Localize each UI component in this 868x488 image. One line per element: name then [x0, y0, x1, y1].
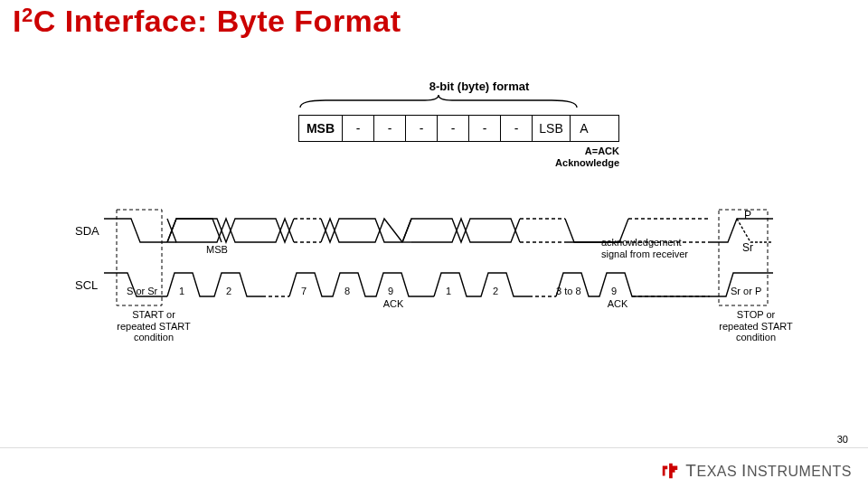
brand-nstruments: NSTRUMENTS: [747, 464, 852, 479]
cell-bit6: -: [343, 116, 374, 141]
cell-ack: A: [571, 116, 598, 141]
scl-tick-7: 7: [301, 286, 307, 296]
title-post: C Interface: Byte Format: [33, 4, 401, 38]
scl-tick-9a: 9: [388, 286, 393, 296]
byte-cells-row: MSB - - - - - - LSB A: [298, 115, 660, 142]
timing-diagram: SDA SCL: [77, 208, 800, 356]
stop-top-label: Sr or P: [731, 286, 761, 296]
cell-lsb: LSB: [533, 116, 571, 141]
scl-label: SCL: [75, 278, 98, 292]
msb-waveform-label: MSB: [199, 244, 235, 256]
ti-logo: TEXAS INSTRUMENTS: [660, 461, 852, 481]
cell-bit5: -: [374, 116, 406, 141]
start-top-label: S or Sr: [127, 286, 157, 296]
p-label: P: [739, 210, 757, 222]
title-pre: I: [13, 4, 22, 38]
slide-title: I2C Interface: Byte Format: [13, 4, 401, 39]
scl-tick-9b: 9: [611, 286, 617, 296]
ack-note-2: Acknowledge: [555, 157, 619, 168]
byte-8bit-box: MSB - - - - - - LSB A: [298, 115, 619, 142]
scl-tick-1b: 1: [446, 286, 451, 296]
ack-label-2: ACK: [599, 298, 636, 310]
title-sup: 2: [22, 4, 33, 26]
footer-divider: [0, 447, 868, 448]
stop-caption: STOP or repeated START condition: [715, 309, 797, 343]
cell-bit3: -: [438, 116, 469, 141]
scl-tick-3to8: 3 to 8: [556, 286, 581, 296]
curly-brace-icon: [298, 95, 579, 109]
sda-label: SDA: [75, 224, 99, 238]
cell-bit1: -: [501, 116, 533, 141]
ti-chip-icon: [660, 461, 680, 481]
sr-label: Sr: [739, 242, 757, 255]
ack-label-1: ACK: [375, 298, 411, 310]
ack-rx-caption: acknowledgement signal from receiver: [601, 237, 710, 259]
scl-tick-1: 1: [179, 286, 184, 296]
brand-t1: T: [685, 461, 696, 480]
cell-bit4: -: [406, 116, 438, 141]
start-caption: START or repeated START condition: [113, 309, 194, 343]
scl-tick-2: 2: [226, 286, 231, 296]
page-number: 30: [837, 434, 848, 445]
ti-wordmark: TEXAS INSTRUMENTS: [685, 461, 852, 481]
scl-tick-2b: 2: [493, 286, 498, 296]
cell-msb: MSB: [299, 116, 343, 141]
ack-note: A=ACK Acknowledge: [298, 145, 619, 169]
cell-bit2: -: [469, 116, 501, 141]
scl-tick-8: 8: [344, 286, 350, 296]
brand-exas: EXAS: [696, 464, 741, 479]
byte-format-block: 8-bit (byte) format MSB - - - - - - LSB …: [298, 80, 660, 169]
ack-note-1: A=ACK: [585, 145, 619, 156]
byte-format-label: 8-bit (byte) format: [298, 80, 660, 93]
